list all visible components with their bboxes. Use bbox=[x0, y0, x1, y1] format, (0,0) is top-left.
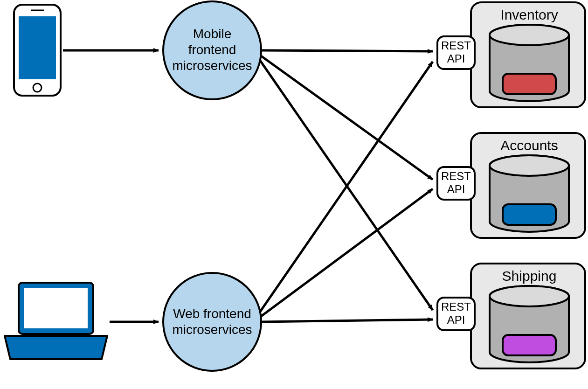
svg-point-7 bbox=[163, 273, 261, 371]
phone-icon bbox=[14, 5, 61, 96]
shipping-service: Shipping REST API bbox=[437, 264, 585, 368]
web-frontend-label-1: Web frontend bbox=[173, 306, 251, 321]
web-frontend-label-2: microservices bbox=[172, 322, 252, 337]
inventory-rest-label-2: API bbox=[447, 52, 465, 65]
mobile-frontend-node: Mobile frontend microservices bbox=[163, 1, 261, 99]
svg-point-15 bbox=[490, 155, 569, 176]
arrow-mobile-to-accounts bbox=[261, 56, 433, 180]
accounts-database-icon bbox=[490, 155, 569, 232]
mobile-frontend-label-2: frontend bbox=[188, 42, 236, 57]
shipping-database-icon bbox=[490, 286, 569, 362]
inventory-rest-label-1: REST bbox=[441, 39, 471, 52]
accounts-rest-label-2: API bbox=[447, 183, 465, 195]
arrow-mobile-to-inventory bbox=[261, 50, 433, 51]
shipping-title: Shipping bbox=[502, 268, 557, 284]
svg-rect-16 bbox=[503, 204, 556, 225]
inventory-rest-api-badge: REST API bbox=[437, 36, 475, 69]
accounts-rest-label-1: REST bbox=[441, 170, 471, 182]
web-frontend-node: Web frontend microservices bbox=[163, 273, 261, 371]
mobile-frontend-label-1: Mobile bbox=[193, 27, 231, 41]
accounts-title: Accounts bbox=[500, 138, 558, 153]
shipping-rest-label-2: API bbox=[447, 313, 465, 326]
inventory-database-icon bbox=[490, 25, 569, 101]
shipping-rest-label-1: REST bbox=[441, 300, 471, 313]
svg-point-20 bbox=[490, 286, 569, 306]
accounts-service: Accounts REST API bbox=[437, 133, 585, 238]
svg-rect-11 bbox=[503, 74, 556, 94]
architecture-diagram: Mobile frontend microservices Web fronte… bbox=[0, 0, 588, 389]
mobile-frontend-label-3: microservices bbox=[172, 58, 252, 73]
laptop-icon bbox=[5, 283, 107, 359]
inventory-title: Inventory bbox=[500, 7, 558, 22]
svg-rect-1 bbox=[19, 16, 56, 79]
arrow-web-to-shipping bbox=[261, 320, 433, 322]
arrows bbox=[63, 50, 433, 322]
svg-rect-5 bbox=[24, 288, 88, 328]
svg-rect-21 bbox=[503, 335, 556, 355]
arrow-web-to-accounts bbox=[261, 189, 433, 316]
shipping-rest-api-badge: REST API bbox=[437, 298, 475, 330]
accounts-rest-api-badge: REST API bbox=[437, 167, 475, 200]
inventory-service: Inventory REST API bbox=[437, 2, 585, 107]
svg-point-10 bbox=[490, 25, 569, 45]
